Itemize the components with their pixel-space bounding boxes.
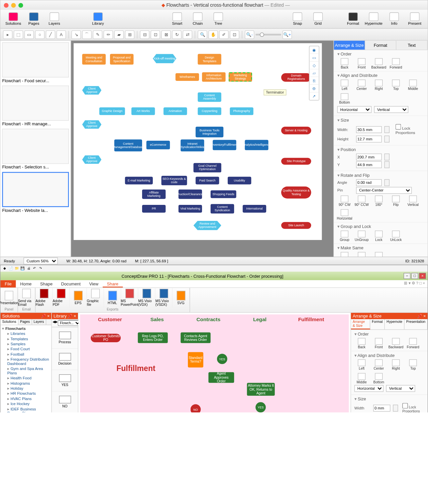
close-button[interactable]: × <box>419 273 426 279</box>
graphic-button[interactable]: Graphic file <box>87 288 104 307</box>
tree-item[interactable]: Ice Hockey <box>1 401 50 406</box>
rotate-tool[interactable]: ↻ <box>172 30 182 39</box>
bucket-tool[interactable]: ▰ <box>114 30 124 39</box>
qa-print-icon[interactable]: 🖨 <box>26 266 31 271</box>
distribute-horiz[interactable]: Horizontal <box>337 106 371 113</box>
node-approve2[interactable]: Client Approve <box>82 120 102 129</box>
crop-tool[interactable]: ⊡ <box>230 30 239 39</box>
select-tool[interactable]: ⬚ <box>14 30 23 39</box>
node-replogs[interactable]: Rep Logs PO, Enters Order <box>138 333 168 343</box>
pen-tool[interactable]: ✎ <box>93 30 102 39</box>
node-approve3[interactable]: Client Approve <box>82 155 102 164</box>
library-button[interactable]: Library <box>89 12 107 26</box>
x-stepper[interactable] <box>384 154 389 160</box>
section-position[interactable]: Position <box>337 147 424 152</box>
section-group[interactable]: Group and Lock <box>337 224 424 229</box>
flip-button[interactable]: Flip <box>389 196 403 207</box>
back-button[interactable]: Back <box>354 338 369 349</box>
info-button[interactable]: Info <box>385 12 404 26</box>
tab-hypernote[interactable]: Hypernote <box>385 319 405 330</box>
minimize-window[interactable] <box>11 3 16 7</box>
format-button[interactable]: Format <box>344 12 362 26</box>
node-viral[interactable]: Viral Marketing <box>179 205 202 213</box>
library-select[interactable]: Flowch... <box>58 320 81 326</box>
canvas[interactable]: Customer Sales Contracts Legal Fulfillme… <box>78 313 350 412</box>
qa-undo-icon[interactable]: ↶ <box>32 266 37 271</box>
hand-tool[interactable]: ✋ <box>208 30 218 39</box>
node-auction[interactable]: Auction/Clearance <box>179 190 202 199</box>
node-attok[interactable]: Attorney Marks It OK, Returns to Agent <box>247 383 275 396</box>
zoom-in-icon[interactable]: 🔍+ <box>283 30 292 39</box>
minimize-button[interactable]: − <box>404 273 410 279</box>
node-wireframes[interactable]: Wireframes <box>176 73 199 81</box>
node-custsubmit[interactable]: Customer Submits PO <box>91 334 121 342</box>
pal-decision[interactable]: ◇ <box>309 61 319 69</box>
x-input[interactable] <box>356 154 382 160</box>
node-domain[interactable]: Domain Registrations <box>281 73 311 82</box>
node-copywriting[interactable]: Copywriting <box>198 107 221 115</box>
ungroup-button[interactable]: UnGroup <box>354 231 369 242</box>
tree-item[interactable]: Football <box>1 352 50 357</box>
node-paidsearch[interactable]: Paid Search <box>196 177 219 184</box>
node-graphic[interactable]: Graphic Design <box>99 107 125 115</box>
node-content[interactable]: Content Assembly <box>198 92 221 102</box>
zoom-select[interactable]: Custom 56% <box>23 257 58 264</box>
tree-item[interactable]: Frequency Distribution Dashboard <box>1 357 50 366</box>
node-stdterms[interactable]: Standard Terms? <box>188 352 203 367</box>
lock-proportions[interactable] <box>396 124 401 130</box>
same-size[interactable]: Size <box>337 252 352 257</box>
library-shape[interactable]: NO <box>52 391 78 412</box>
table-tool[interactable]: ⊞ <box>125 30 134 39</box>
page-thumb[interactable]: Flowchart - HR manage... <box>2 86 69 126</box>
align-right[interactable]: Right <box>371 80 386 91</box>
tab-arrange[interactable]: Arrange & Size <box>351 319 370 330</box>
soltab-layers[interactable]: Layers <box>32 319 46 325</box>
front-button[interactable]: Front <box>354 58 369 69</box>
qa-app-icon[interactable]: ◆ <box>2 266 7 271</box>
section-rotate[interactable]: Rotate and Flip <box>337 173 424 177</box>
tab-view[interactable]: View <box>85 280 103 287</box>
node-usability[interactable]: Usability <box>228 177 251 184</box>
pal-terminator[interactable]: ◉ <box>309 46 319 54</box>
lib-nav-back-icon[interactable]: ◀ <box>52 320 55 326</box>
qa-new-icon[interactable]: 📄 <box>8 266 13 271</box>
group-tool[interactable]: ⊠ <box>162 30 171 39</box>
qa-save-icon[interactable]: 💾 <box>20 266 25 271</box>
present-button[interactable]: Present <box>405 12 424 26</box>
width-stepper[interactable] <box>384 126 389 133</box>
align-tool[interactable]: ⊟ <box>140 30 149 39</box>
tab-arrange[interactable]: Arrange & Size <box>334 41 365 50</box>
smart-button[interactable]: Smart <box>168 12 187 26</box>
node-inventory[interactable]: Inventory/Fulfilment <box>213 140 236 150</box>
tab-shape[interactable]: Shape <box>36 280 57 287</box>
pdf-button[interactable]: Adobe PDF <box>52 288 70 307</box>
pencil-tool[interactable]: ✏ <box>104 30 113 39</box>
tree-item[interactable]: Food Court <box>1 347 50 352</box>
chain-button[interactable]: Chain <box>188 12 207 26</box>
pin-select[interactable]: Center-Center <box>356 187 412 194</box>
forward-button[interactable]: Forward <box>389 58 403 69</box>
page-thumb-selected[interactable]: Flowchart - Website la... <box>2 172 69 213</box>
flip-horiz[interactable]: Horizontal <box>337 209 352 220</box>
snap-button[interactable]: Snap <box>288 12 307 26</box>
align-middle[interactable]: Middle <box>406 80 420 91</box>
zoom-slider[interactable] <box>255 33 281 35</box>
pages-button[interactable]: Pages <box>24 12 43 26</box>
arc-tool[interactable]: ⌒ <box>82 30 92 39</box>
flip-vert[interactable]: Vertical <box>406 196 420 207</box>
node-email[interactable]: E-mail Marketing <box>125 177 153 184</box>
backward-button[interactable]: Backward <box>389 338 403 349</box>
align-center[interactable]: Center <box>354 80 369 91</box>
node-launch[interactable]: Site Launch <box>281 222 311 229</box>
back-button[interactable]: Back <box>337 58 352 69</box>
layers-button[interactable]: Layers <box>45 12 64 26</box>
distribute-h[interactable]: Horizontal <box>354 385 384 392</box>
node-animation[interactable]: Animation <box>164 107 187 115</box>
text-tool[interactable]: A <box>57 30 66 39</box>
pal-process[interactable]: ▭ <box>309 54 319 61</box>
node-intranet[interactable]: Intranet Syndication/Wikis <box>181 139 204 151</box>
tree-templates[interactable]: Templates <box>1 336 50 341</box>
tab-format[interactable]: Format <box>370 319 385 330</box>
library-shape[interactable]: Process <box>52 327 78 349</box>
node-siteproto[interactable]: Site Prototype <box>281 158 311 164</box>
